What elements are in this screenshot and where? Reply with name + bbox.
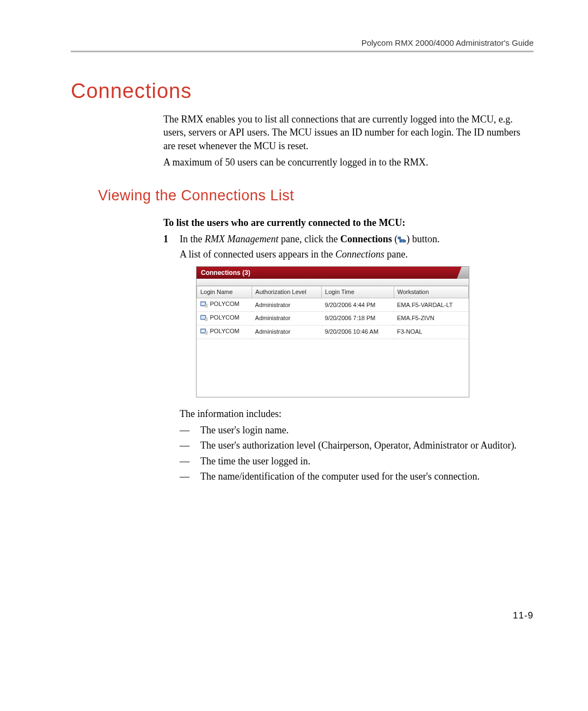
svg-rect-5 [205, 304, 207, 307]
cell-auth: Administrator [252, 298, 322, 312]
connections-panel-toolbar [197, 279, 469, 286]
table-row[interactable]: POLYCOM Administrator 9/20/2006 4:44 PM … [197, 298, 469, 312]
intro-block: The RMX enables you to list all connecti… [163, 113, 534, 169]
step-text: In the [180, 234, 205, 244]
list-item: — The time the user logged in. [180, 455, 534, 468]
col-auth-level[interactable]: Authorization Level [252, 286, 322, 298]
svg-rect-11 [205, 332, 207, 334]
list-item: — The user's login name. [180, 424, 534, 437]
page-number: 11-9 [71, 610, 534, 621]
step-1: 1 In the RMX Management pane, click the … [163, 232, 534, 485]
step-line2-prefix: A list of connected users appears in the [180, 249, 335, 260]
list-item-text: The user's authorization level (Chairper… [200, 439, 534, 452]
table-row[interactable]: POLYCOM Administrator 9/20/2006 7:18 PM … [197, 311, 469, 325]
step-line2-italic: Connections [335, 249, 384, 260]
list-item-text: The name/identification of the computer … [200, 470, 534, 483]
col-login-name[interactable]: Login Name [197, 286, 252, 298]
cell-login: POLYCOM [210, 328, 240, 334]
connections-table: Login Name Authorization Level Login Tim… [197, 286, 469, 396]
step-body: In the RMX Management pane, click the Co… [180, 232, 534, 485]
dash-bullet: — [180, 470, 200, 483]
cell-time: 9/20/2006 4:44 PM [322, 298, 394, 312]
cell-auth: Administrator [252, 325, 322, 339]
svg-rect-4 [201, 303, 205, 305]
table-row[interactable]: POLYCOM Administrator 9/20/2006 10:46 AM… [197, 325, 469, 339]
connections-panel-title: Connections (3) [201, 268, 250, 277]
col-login-time[interactable]: Login Time [322, 286, 394, 298]
dash-bullet: — [180, 455, 200, 468]
cell-ws: EMA.F5-ZIVN [394, 311, 468, 325]
cell-time: 9/20/2006 7:18 PM [322, 311, 394, 325]
cell-time: 9/20/2006 10:46 AM [322, 325, 394, 339]
svg-rect-7 [201, 316, 205, 318]
page: Polycom RMX 2000/4000 Administrator's Gu… [0, 0, 588, 654]
step-text-3: ( [392, 234, 398, 244]
svg-rect-0 [398, 237, 401, 239]
list-item: — The user's authorization level (Chairp… [180, 439, 534, 452]
info-lead: The information includes: [180, 407, 534, 420]
connections-icon [397, 234, 406, 247]
dash-bullet: — [180, 439, 200, 452]
table-empty-space [197, 339, 469, 397]
step-line2-suffix: pane. [384, 249, 408, 260]
subsection-title: Viewing the Connections List [98, 187, 534, 204]
connections-panel-titlebar: Connections (3) [197, 267, 469, 279]
intro-paragraph-2: A maximum of 50 users can be concurrentl… [163, 156, 534, 169]
col-workstation[interactable]: Workstation [394, 286, 468, 298]
cell-auth: Administrator [252, 311, 322, 325]
list-item-text: The user's login name. [200, 424, 534, 437]
svg-rect-10 [201, 329, 205, 332]
list-item-text: The time the user logged in. [200, 455, 534, 468]
section-title: Connections [71, 79, 534, 103]
user-icon [200, 328, 208, 337]
procedure-block: To list the users who are currently conn… [163, 216, 534, 485]
info-bullet-list: — The user's login name. — The user's au… [180, 424, 534, 483]
list-item: — The name/identification of the compute… [180, 470, 534, 483]
svg-rect-1 [400, 240, 402, 242]
step-text-2: pane, click the [278, 234, 340, 244]
cell-ws: EMA.F5-VARDAL-LT [394, 298, 468, 312]
cell-ws: F3-NOAL [394, 325, 468, 339]
cell-login: POLYCOM [210, 314, 240, 321]
cell-login: POLYCOM [210, 301, 240, 307]
user-icon [200, 315, 208, 323]
intro-paragraph-1: The RMX enables you to list all connecti… [163, 113, 534, 152]
step-text-italic-1: RMX Management [205, 234, 278, 244]
running-header: Polycom RMX 2000/4000 Administrator's Gu… [71, 38, 534, 47]
procedure-lead: To list the users who are currently conn… [163, 216, 534, 229]
user-icon [200, 301, 208, 310]
step-text-4: ) button. [406, 234, 439, 244]
dash-bullet: — [180, 424, 200, 437]
step-number: 1 [163, 232, 180, 485]
step-text-bold: Connections [340, 234, 392, 244]
titlebar-decoration [457, 267, 469, 279]
header-rule [71, 51, 534, 52]
svg-rect-8 [205, 318, 207, 321]
svg-rect-2 [403, 240, 406, 242]
connections-panel: Connections (3) Login Name Authorization… [196, 266, 469, 397]
